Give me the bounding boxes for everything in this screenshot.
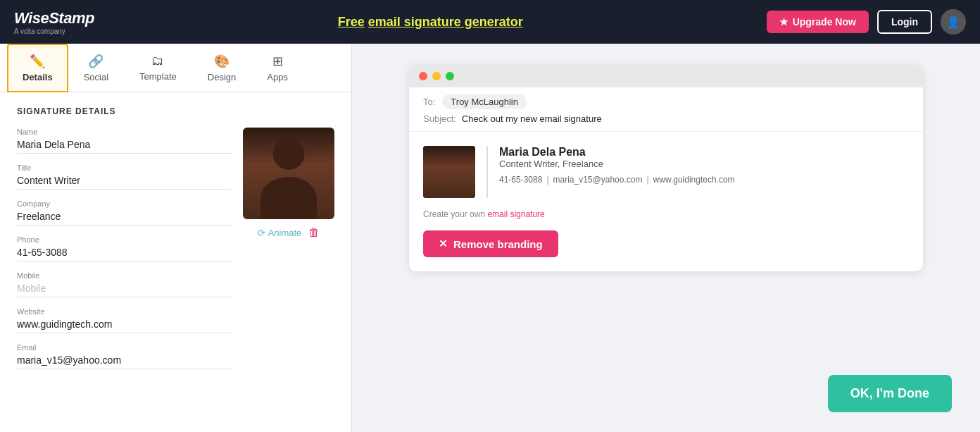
to-label: To: bbox=[423, 97, 435, 107]
user-icon: 👤 bbox=[946, 16, 960, 29]
sidebar: ✏️ Details 🔗 Social 🗂 Template 🎨 Design … bbox=[0, 44, 352, 432]
website-label: Website bbox=[17, 307, 232, 316]
design-icon: 🎨 bbox=[214, 54, 230, 69]
sig-contact: 41-65-3088 | maria_v15@yahoo.com | www.g… bbox=[499, 175, 909, 185]
branding-line: Create your own email signature bbox=[423, 209, 909, 219]
main-layout: ✏️ Details 🔗 Social 🗂 Template 🎨 Design … bbox=[0, 44, 980, 432]
mobile-label: Mobile bbox=[17, 271, 232, 280]
name-label: Name bbox=[17, 128, 232, 136]
photo-area: ⟳ Animate 🗑 bbox=[243, 128, 334, 379]
tab-design-label: Design bbox=[208, 72, 236, 82]
branding-link[interactable]: email signature bbox=[487, 209, 544, 219]
close-dot bbox=[419, 72, 427, 80]
section-title: SIGNATURE DETAILS bbox=[17, 106, 334, 116]
sig-email: maria_v15@yahoo.com bbox=[553, 175, 643, 185]
tab-social-label: Social bbox=[84, 72, 108, 82]
company-field-group: Company bbox=[17, 199, 232, 226]
website-field-group: Website bbox=[17, 307, 232, 333]
header-free: Free bbox=[338, 15, 365, 29]
title-label: Title bbox=[17, 163, 232, 172]
email-signature: Maria Dela Pena Content Writer, Freelanc… bbox=[423, 146, 909, 198]
template-icon: 🗂 bbox=[151, 54, 164, 68]
animate-label: Animate bbox=[268, 228, 302, 238]
star-icon: ★ bbox=[779, 16, 789, 27]
x-icon: ✕ bbox=[439, 237, 448, 250]
tab-apps-label: Apps bbox=[267, 72, 288, 82]
login-button[interactable]: Login bbox=[877, 10, 932, 34]
mobile-field-group: Mobile bbox=[17, 271, 232, 297]
subject-label: Subject: bbox=[423, 113, 456, 124]
logo-text: WiseStamp bbox=[14, 9, 94, 27]
remove-branding-label: Remove branding bbox=[453, 238, 543, 250]
logo-area: WiseStamp A vcita company bbox=[14, 9, 94, 35]
app-header: WiseStamp A vcita company Free email sig… bbox=[0, 0, 980, 44]
sep2: | bbox=[646, 175, 648, 185]
email-label: Email bbox=[17, 343, 232, 352]
signature-info: Maria Dela Pena Content Writer, Freelanc… bbox=[499, 146, 909, 185]
tab-template[interactable]: 🗂 Template bbox=[124, 44, 192, 92]
header-title: Free email signature generator bbox=[338, 15, 523, 29]
social-icon: 🔗 bbox=[88, 54, 103, 69]
email-client-mockup: To: Troy McLaughlin Subject: Check out m… bbox=[409, 65, 923, 271]
form-area: SIGNATURE DETAILS Name Title Company bbox=[0, 92, 351, 432]
branding-text: Create your own bbox=[423, 209, 487, 219]
animate-button[interactable]: ⟳ Animate bbox=[258, 228, 302, 238]
maximize-dot bbox=[446, 72, 454, 80]
sig-phone: 41-65-3088 bbox=[499, 175, 542, 185]
tab-details-label: Details bbox=[23, 72, 53, 82]
animate-icon: ⟳ bbox=[258, 228, 265, 238]
header-center: Free email signature generator bbox=[94, 15, 767, 30]
header-title-rest: email signature generator bbox=[368, 15, 523, 29]
minimize-dot bbox=[432, 72, 441, 80]
to-row: To: Troy McLaughlin bbox=[423, 94, 909, 109]
name-input[interactable] bbox=[17, 139, 232, 154]
tab-bar: ✏️ Details 🔗 Social 🗂 Template 🎨 Design … bbox=[0, 44, 351, 92]
tab-template-label: Template bbox=[139, 71, 177, 82]
phone-input[interactable] bbox=[17, 247, 232, 261]
email-titlebar bbox=[409, 65, 923, 87]
sig-name: Maria Dela Pena bbox=[499, 146, 909, 159]
tab-details[interactable]: ✏️ Details bbox=[7, 44, 68, 92]
phone-label: Phone bbox=[17, 235, 232, 244]
logo-sub: A vcita company bbox=[14, 27, 94, 35]
trash-icon: 🗑 bbox=[308, 226, 320, 238]
remove-branding-button[interactable]: ✕ Remove branding bbox=[423, 230, 558, 257]
email-input[interactable] bbox=[17, 354, 232, 369]
profile-photo[interactable] bbox=[243, 128, 334, 219]
name-field-group: Name bbox=[17, 128, 232, 154]
title-input[interactable] bbox=[17, 175, 232, 190]
sig-title: Content Writer, Freelance bbox=[499, 159, 909, 169]
phone-field-group: Phone bbox=[17, 235, 232, 261]
sig-website: www.guidingtech.com bbox=[653, 175, 735, 185]
recipient-tag: Troy McLaughlin bbox=[442, 94, 527, 109]
company-input[interactable] bbox=[17, 211, 232, 226]
email-body: Maria Dela Pena Content Writer, Freelanc… bbox=[409, 132, 923, 271]
ok-done-button[interactable]: OK, I'm Done bbox=[828, 375, 952, 412]
upgrade-button[interactable]: ★ Upgrade Now bbox=[767, 11, 869, 33]
details-icon: ✏️ bbox=[30, 54, 45, 69]
website-input[interactable] bbox=[17, 319, 232, 333]
email-field-group: Email bbox=[17, 343, 232, 369]
signature-photo bbox=[423, 146, 475, 198]
form-layout: Name Title Company Phone bbox=[17, 128, 334, 379]
user-avatar-button[interactable]: 👤 bbox=[941, 9, 966, 35]
signature-divider bbox=[486, 146, 488, 198]
tab-social[interactable]: 🔗 Social bbox=[68, 44, 124, 92]
subject-row: Subject: Check out my new email signatur… bbox=[423, 113, 909, 124]
subject-text: Check out my new email signature bbox=[462, 113, 602, 124]
apps-icon: ⊞ bbox=[272, 54, 283, 69]
sep1: | bbox=[546, 175, 548, 185]
tab-design[interactable]: 🎨 Design bbox=[192, 44, 251, 92]
email-header: To: Troy McLaughlin Subject: Check out m… bbox=[409, 87, 923, 132]
mobile-input[interactable] bbox=[17, 283, 232, 297]
company-label: Company bbox=[17, 199, 232, 208]
title-field-group: Title bbox=[17, 163, 232, 190]
preview-area: To: Troy McLaughlin Subject: Check out m… bbox=[352, 44, 980, 432]
tab-apps[interactable]: ⊞ Apps bbox=[251, 44, 303, 92]
delete-photo-button[interactable]: 🗑 bbox=[308, 226, 320, 239]
form-fields: Name Title Company Phone bbox=[17, 128, 232, 379]
signature-photo-inner bbox=[423, 146, 475, 198]
upgrade-label: Upgrade Now bbox=[793, 16, 856, 27]
header-right: ★ Upgrade Now Login 👤 bbox=[767, 9, 966, 35]
photo-actions: ⟳ Animate 🗑 bbox=[258, 226, 320, 239]
